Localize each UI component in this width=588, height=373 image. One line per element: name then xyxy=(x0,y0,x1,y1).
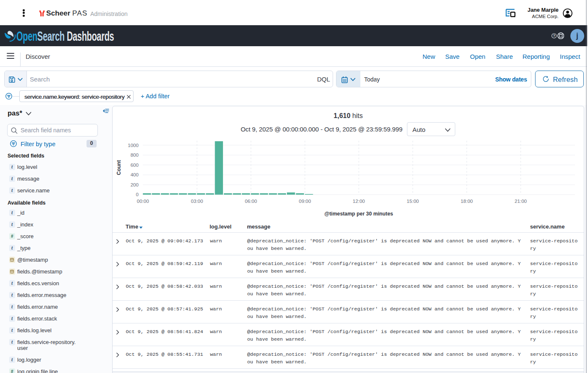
svg-text:1000: 1000 xyxy=(128,142,139,148)
svg-text:12:00: 12:00 xyxy=(353,198,365,204)
svg-text:800: 800 xyxy=(131,152,139,158)
svg-text:400: 400 xyxy=(131,172,139,177)
svg-text:200: 200 xyxy=(131,182,139,187)
svg-text:15:00: 15:00 xyxy=(407,198,419,204)
svg-text:06:00: 06:00 xyxy=(245,198,257,204)
svg-text:18:00: 18:00 xyxy=(461,198,473,204)
svg-text:Count: Count xyxy=(116,160,122,175)
svg-text:0: 0 xyxy=(136,192,139,197)
svg-text:21:00: 21:00 xyxy=(514,198,527,204)
svg-text:600: 600 xyxy=(131,162,139,168)
svg-text:09:00: 09:00 xyxy=(299,198,311,204)
svg-text:00:00: 00:00 xyxy=(137,198,149,204)
svg-text:?: ? xyxy=(553,34,555,38)
svg-text:@timestamp per 30 minutes: @timestamp per 30 minutes xyxy=(324,211,393,217)
svg-text:03:00: 03:00 xyxy=(191,198,203,204)
